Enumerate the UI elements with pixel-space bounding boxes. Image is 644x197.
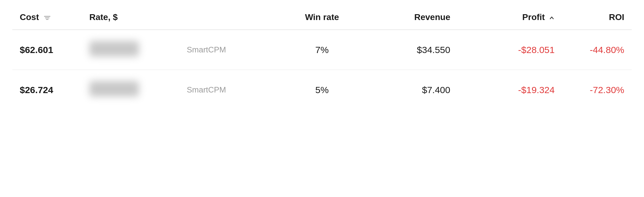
rate-label: Rate, $ xyxy=(89,12,118,22)
col-header-cost[interactable]: Cost xyxy=(12,6,82,30)
filter-icon[interactable] xyxy=(44,15,51,21)
sort-ascending-icon[interactable] xyxy=(549,15,555,21)
winrate-label: Win rate xyxy=(305,12,339,22)
cell-profit-1: -$28.051 xyxy=(458,30,562,70)
col-header-label xyxy=(179,6,277,30)
cell-roi-1: -44.80% xyxy=(562,30,632,70)
blurred-rate-2 xyxy=(89,81,139,96)
table-header-row: Cost Rate, $ Win rate xyxy=(12,6,632,30)
cell-revenue-2: $7.400 xyxy=(367,70,458,110)
cell-revenue-1: $34.550 xyxy=(367,30,458,70)
table-row: $62.601 SmartCPM 7% $34.550 -$28.051 xyxy=(12,30,632,70)
roi-label: ROI xyxy=(609,12,624,22)
col-header-revenue[interactable]: Revenue xyxy=(367,6,458,30)
cell-winrate-1: 7% xyxy=(277,30,367,70)
table-row: $26.724 SmartCPM 5% $7.400 -$19.324 xyxy=(12,70,632,110)
col-header-profit[interactable]: Profit xyxy=(458,6,562,30)
table-container: Cost Rate, $ Win rate xyxy=(0,0,644,116)
data-table: Cost Rate, $ Win rate xyxy=(12,6,632,110)
cell-profit-2: -$19.324 xyxy=(458,70,562,110)
blurred-rate-1 xyxy=(89,41,139,56)
col-header-rate: Rate, $ xyxy=(82,6,180,30)
cell-label-1: SmartCPM xyxy=(179,30,277,70)
col-header-winrate[interactable]: Win rate xyxy=(277,6,367,30)
cell-winrate-2: 5% xyxy=(277,70,367,110)
revenue-label: Revenue xyxy=(414,12,451,22)
cell-cost-1: $62.601 xyxy=(12,30,82,70)
cell-label-2: SmartCPM xyxy=(179,70,277,110)
cost-label: Cost xyxy=(20,12,39,22)
col-header-roi: ROI xyxy=(562,6,632,30)
cell-roi-2: -72.30% xyxy=(562,70,632,110)
profit-label: Profit xyxy=(522,12,545,22)
cell-cost-2: $26.724 xyxy=(12,70,82,110)
cell-rate-1 xyxy=(82,30,180,70)
cell-rate-2 xyxy=(82,70,180,110)
